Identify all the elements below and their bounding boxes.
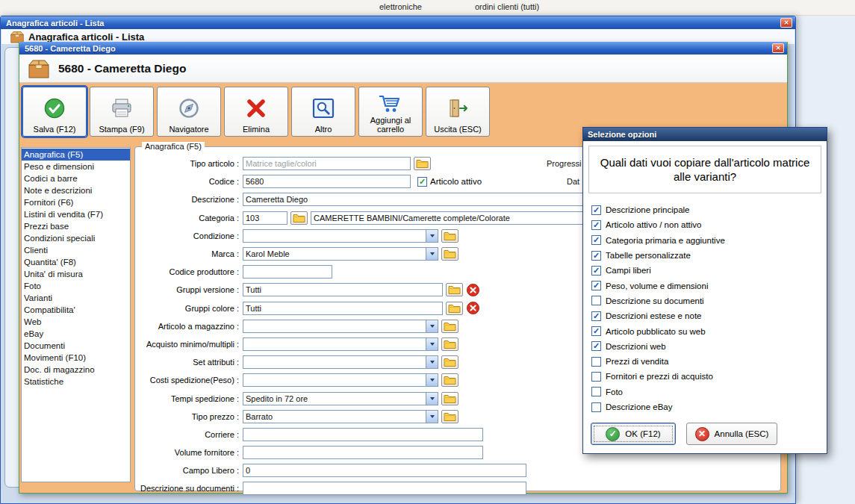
sidebar-item-condizioni-speciali[interactable]: Condizioni speciali: [22, 232, 130, 244]
sidebar-item-doc-di-magazzino[interactable]: Doc. di magazzino: [22, 364, 130, 376]
close-icon[interactable]: [780, 18, 792, 28]
chevron-down-icon[interactable]: [426, 230, 438, 242]
toolbar-button-navigatore[interactable]: Navigatore: [157, 87, 221, 137]
option-descrizione-principale[interactable]: ✓Descrizione principale: [591, 202, 822, 217]
combo-acquisto-minimo-multipli[interactable]: [243, 337, 438, 351]
chevron-down-icon[interactable]: [426, 411, 438, 423]
sidebar-item-ebay[interactable]: eBay: [22, 328, 130, 340]
folder-button[interactable]: [441, 229, 458, 243]
sidebar-item-clienti[interactable]: Clienti: [22, 244, 130, 256]
sidebar-item-foto[interactable]: Foto: [22, 280, 130, 292]
field-label: Codice :: [137, 177, 239, 186]
sidebar-item-prezzi-base[interactable]: Prezzi base: [22, 220, 130, 232]
option-prezzi-di-vendita[interactable]: Prezzi di vendita: [591, 354, 822, 369]
sidebar-item-movimenti-f10[interactable]: Movimenti (F10): [22, 352, 130, 364]
option-descrizione-su-documenti[interactable]: Descrizione su documenti: [591, 293, 822, 308]
input-descrizione[interactable]: Cameretta Diego: [243, 193, 586, 206]
sidebar-item-statistiche[interactable]: Statistiche: [22, 376, 130, 388]
input-descrizione-su-documenti[interactable]: [243, 482, 526, 495]
ok-button[interactable]: OK (F12): [591, 423, 676, 445]
sidebar-item-peso-e-dimensioni[interactable]: Peso e dimensioni: [22, 161, 130, 172]
input-gruppi-versione[interactable]: Tutti: [243, 283, 443, 296]
cancel-button[interactable]: Annulla (ESC): [686, 423, 777, 445]
folder-button[interactable]: [441, 410, 458, 423]
combo-costi-spedizione-peso[interactable]: [243, 373, 438, 387]
checkbox-articolo-attivo[interactable]: ✓Articolo attivo: [417, 177, 482, 187]
field-value: Matrice taglie/colori: [246, 159, 317, 168]
combo-articolo-a-magazzino[interactable]: [243, 320, 438, 333]
sidebar-item-unita-di-misura[interactable]: Unita' di misura: [22, 268, 130, 280]
combo-tipo-prezzo[interactable]: Barrato: [243, 410, 438, 423]
input-campo-libero[interactable]: 0: [243, 464, 526, 477]
input-volume-fornitore[interactable]: [243, 446, 483, 459]
input-categoria-path[interactable]: CAMERETTE BAMBINI/Camerette complete/Col…: [311, 211, 628, 225]
toolbar-button-elimina[interactable]: Elimina: [224, 87, 288, 137]
remove-button[interactable]: [467, 302, 479, 314]
toolbar-button-aggiungi-al-carrello[interactable]: Aggiungi al carrello: [358, 87, 423, 137]
folder-button[interactable]: [441, 373, 458, 387]
checkbox-icon: [591, 357, 601, 367]
combo-condizione[interactable]: [243, 229, 438, 243]
option-fornitori-e-prezzi-di-acquisto[interactable]: Fornitori e prezzi di acquisto: [591, 369, 822, 384]
toolbar-button-uscita-esc[interactable]: Uscita (ESC): [426, 87, 490, 137]
folder-button[interactable]: [446, 283, 463, 296]
option-descrizioni-estese-e-note[interactable]: ✓Descrizioni estese e note: [591, 308, 822, 323]
input-corriere[interactable]: [243, 428, 483, 441]
sidebar-item-quantita-f8[interactable]: Quantita' (F8): [22, 256, 130, 268]
option-foto[interactable]: Foto: [591, 385, 822, 399]
checkbox-icon: [591, 296, 601, 305]
folder-button[interactable]: [414, 157, 431, 170]
background-tab-elettroniche[interactable]: elettroniche: [379, 2, 422, 11]
sidebar-item-codici-a-barre[interactable]: Codici a barre: [22, 172, 130, 184]
sidebar-item-anagrafica-f5[interactable]: Anagrafica (F5): [22, 149, 130, 161]
sidebar-item-fornitori-f6[interactable]: Fornitori (F6): [22, 196, 130, 208]
option-descrizioni-web[interactable]: ✓Descrizioni web: [591, 339, 822, 354]
chevron-down-icon[interactable]: [426, 356, 438, 368]
folder-button[interactable]: [441, 392, 458, 405]
close-icon[interactable]: [772, 43, 784, 53]
chevron-down-icon[interactable]: [426, 338, 438, 350]
toolbar-button-altro[interactable]: Altro: [291, 87, 355, 137]
chevron-down-icon[interactable]: [426, 374, 438, 386]
toolbar-button-stampa-f9[interactable]: Stampa (F9): [90, 87, 154, 137]
combo-marca[interactable]: Karol Meble: [243, 247, 438, 261]
option-categoria-primaria-e-aggiuntive[interactable]: ✓Categoria primaria e aggiuntive: [591, 233, 822, 248]
toolbar-button-salva-f12[interactable]: Salva (F12): [22, 87, 87, 137]
sidebar: Anagrafica (F5)Peso e dimensioniCodici a…: [21, 147, 131, 482]
combo-set-attributi[interactable]: [243, 355, 438, 369]
option-campi-liberi[interactable]: ✓Campi liberi: [591, 263, 822, 278]
sidebar-item-web[interactable]: Web: [22, 316, 130, 328]
input-codice-produttore[interactable]: [243, 265, 332, 279]
input-gruppi-colore[interactable]: Tutti: [243, 302, 443, 315]
save-icon: [44, 98, 65, 119]
input-codice[interactable]: 5680: [243, 175, 411, 188]
option-articolo-pubblicato-su-web[interactable]: ✓Articolo pubblicato su web: [591, 323, 822, 338]
sidebar-item-documenti[interactable]: Documenti: [22, 340, 130, 352]
chevron-down-icon[interactable]: [426, 320, 438, 332]
cancel-button-label: Annulla (ESC): [715, 429, 769, 438]
remove-button[interactable]: [467, 284, 479, 296]
combo-tempi-spedizione[interactable]: Spedito in 72 ore: [243, 392, 438, 405]
option-descrizione-ebay[interactable]: Descrizione eBay: [591, 399, 822, 414]
chevron-down-icon[interactable]: [426, 393, 438, 405]
option-articolo-attivo-non-attivo[interactable]: ✓Articolo attivo / non attivo: [591, 217, 822, 232]
chevron-down-icon[interactable]: [426, 248, 438, 260]
sidebar-item-varianti[interactable]: Varianti: [22, 292, 130, 304]
checkbox-icon: ✓: [591, 341, 601, 351]
option-tabelle-personalizzate[interactable]: ✓Tabelle personalizzate: [591, 248, 822, 263]
input-tipo-articolo[interactable]: Matrice taglie/colori: [243, 157, 411, 170]
option-label: Descrizione eBay: [606, 402, 672, 411]
folder-button[interactable]: [441, 320, 458, 333]
folder-button[interactable]: [441, 355, 458, 369]
sidebar-item-compatibilita[interactable]: Compatibilita': [22, 304, 130, 316]
printer-icon: [111, 98, 133, 119]
option-peso-volume-e-dimensioni[interactable]: ✓Peso, volume e dimensioni: [591, 278, 822, 293]
sidebar-item-note-e-descrizioni[interactable]: Note e descrizioni: [22, 184, 130, 196]
folder-button[interactable]: [441, 337, 458, 351]
background-tab-ordini-clienti[interactable]: ordini clienti (tutti): [475, 2, 539, 11]
folder-button[interactable]: [441, 247, 458, 261]
sidebar-item-listini-di-vendita-f7[interactable]: Listini di vendita (F7): [22, 208, 130, 220]
folder-button[interactable]: [290, 211, 308, 225]
input-categoria[interactable]: 103: [243, 211, 287, 225]
folder-button[interactable]: [446, 302, 463, 315]
